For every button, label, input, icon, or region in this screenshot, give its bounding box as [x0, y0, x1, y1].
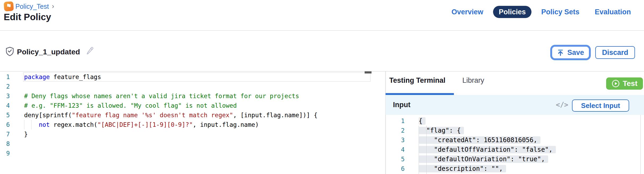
- line-number: 3: [386, 135, 405, 145]
- json-line-text: "flag": {: [419, 127, 464, 134]
- tab-evaluation[interactable]: Evaluation: [595, 6, 631, 18]
- code-editor[interactable]: 1package feature_flags23# Deny flags who…: [0, 72, 379, 158]
- breadcrumb-chevron-icon: ›: [52, 2, 54, 10]
- code-line-text: not regex.match("[ABC|DEF]+[-][1-9][0-9]…: [24, 121, 259, 128]
- json-indent-guide: [426, 126, 427, 174]
- discard-button-label: Discard: [602, 49, 628, 57]
- policy-shield-check-icon: [6, 47, 14, 56]
- line-number: 1: [386, 116, 405, 126]
- upload-icon: [557, 49, 564, 56]
- editor-vertical-scrollbar[interactable]: [365, 71, 372, 73]
- line-number: 6: [0, 120, 10, 129]
- edit-policy-screen: Policy_Test › Edit Policy Overview Polic…: [0, 0, 644, 174]
- line-number: 3: [0, 91, 10, 101]
- tab-policies-active[interactable]: Policies: [493, 6, 531, 18]
- active-tab-underline: [386, 93, 454, 95]
- code-line[interactable]: 1package feature_flags: [0, 72, 379, 82]
- json-line[interactable]: 1{: [386, 116, 640, 126]
- line-number: 4: [0, 101, 10, 110]
- code-line[interactable]: 7}: [0, 129, 379, 139]
- test-button[interactable]: Test: [606, 77, 643, 90]
- tab-overview[interactable]: Overview: [451, 6, 483, 18]
- json-line[interactable]: 6 "description": "",: [386, 164, 640, 173]
- tab-testing-terminal[interactable]: Testing Terminal: [389, 76, 445, 85]
- code-line[interactable]: 6 not regex.match("[ABC|DEF]+[-][1-9][0-…: [0, 120, 379, 129]
- tab-library[interactable]: Library: [462, 76, 484, 85]
- policy-name: Policy_1_updated: [17, 48, 80, 56]
- line-number: 8: [0, 139, 10, 149]
- indent-guide: [24, 120, 24, 129]
- line-number: 6: [386, 164, 405, 173]
- json-indent-guide: [419, 126, 419, 174]
- line-number: 7: [0, 129, 10, 139]
- save-button-label: Save: [567, 49, 584, 57]
- toolbar-divider: [0, 71, 644, 72]
- json-line[interactable]: 3 "createdAt": 1651160816056,: [386, 135, 640, 145]
- code-line-text: deny[sprintf("feature flag name '%s' doe…: [24, 112, 317, 119]
- code-line[interactable]: 4# e.g. "FFM-123" is allowed. "My cool f…: [0, 101, 379, 110]
- json-line-text: "defaultOffVariation": "false",: [419, 146, 556, 153]
- line-number: 4: [386, 145, 405, 154]
- json-line[interactable]: 4 "defaultOffVariation": "false",: [386, 145, 640, 154]
- feature-flags-module-icon[interactable]: [4, 1, 14, 11]
- line-number: 2: [0, 82, 10, 91]
- page-title: Edit Policy: [4, 12, 51, 22]
- code-editor-lines: 1package feature_flags23# Deny flags who…: [0, 72, 379, 158]
- save-button[interactable]: Save: [552, 47, 589, 58]
- select-input-button[interactable]: Select Input: [572, 99, 629, 112]
- input-json-editor[interactable]: 1{2 "flag": {3 "createdAt": 165116081605…: [386, 116, 640, 173]
- save-button-focus-ring: Save: [550, 45, 591, 60]
- indent-guide: [31, 120, 32, 129]
- edit-name-pencil-icon[interactable]: [85, 46, 94, 55]
- json-line-text: "description": "",: [419, 165, 506, 172]
- test-button-label: Test: [623, 79, 638, 88]
- input-panel-title: Input: [393, 95, 410, 115]
- input-header-bar: Input </> Select Input: [386, 95, 644, 115]
- json-line-text: "createdAt": 1651160816056,: [419, 136, 540, 144]
- code-line[interactable]: 8: [0, 139, 379, 149]
- flag-icon: [4, 1, 14, 11]
- input-editor-lines: 1{2 "flag": {3 "createdAt": 165116081605…: [386, 116, 640, 173]
- line-number: 9: [0, 149, 10, 158]
- code-line-text: # Deny flags whose names aren't a valid …: [24, 93, 299, 99]
- select-input-button-label: Select Input: [581, 102, 620, 110]
- code-line-text: }: [24, 131, 28, 138]
- code-line[interactable]: 2: [0, 82, 379, 91]
- code-line-text: package feature_flags: [24, 73, 101, 80]
- discard-button[interactable]: Discard: [595, 46, 635, 59]
- json-line[interactable]: 5 "defaultOnVariation": "true",: [386, 154, 640, 164]
- tab-policy-sets[interactable]: Policy Sets: [541, 6, 579, 18]
- code-line[interactable]: 3# Deny flags whose names aren't a valid…: [0, 91, 379, 101]
- line-number: 2: [386, 126, 405, 135]
- code-line[interactable]: 9: [0, 149, 379, 158]
- code-line-text: # e.g. "FFM-123" is allowed. "My cool fl…: [24, 102, 237, 109]
- json-editor-right-border: [640, 115, 641, 174]
- code-line[interactable]: 5deny[sprintf("feature flag name '%s' do…: [0, 110, 379, 120]
- json-line-text: "defaultOnVariation": "true",: [419, 155, 548, 163]
- header-divider: [0, 30, 644, 31]
- line-number: 5: [0, 110, 10, 120]
- json-line-text: {: [419, 117, 426, 125]
- line-number: 1: [0, 72, 10, 82]
- json-line[interactable]: 2 "flag": {: [386, 126, 640, 135]
- line-number: 5: [386, 154, 405, 164]
- play-icon: [612, 80, 620, 88]
- breadcrumb-project-link[interactable]: Policy_Test: [15, 3, 49, 10]
- code-view-icon[interactable]: </>: [556, 95, 568, 115]
